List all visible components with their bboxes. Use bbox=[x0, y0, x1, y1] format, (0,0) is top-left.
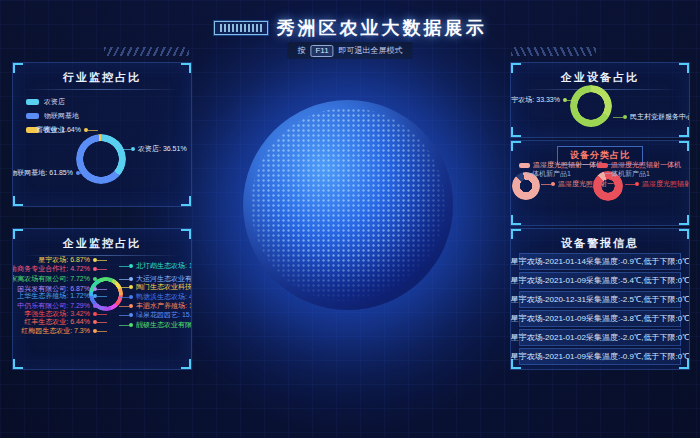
brand-logo bbox=[214, 21, 268, 35]
chart-callout: 畜牧业: 1.64% bbox=[36, 126, 88, 134]
callout-dot bbox=[93, 312, 97, 316]
alarm-row: 星宇农场-2021-01-14采集温度:-0.9℃,低于下限:0℃ bbox=[519, 253, 681, 270]
panel-device-class: 设备分类占比 温湿度光照辐射一体机 一体机新产品1 温湿度光照辐射一 温湿度光照… bbox=[510, 140, 690, 226]
panel-industry-monitor: 行业监控占比 农资店 物联网基地 畜牧业 畜牧业: 1.64% 农资店: 36.… bbox=[12, 62, 192, 207]
chart-callout: 北玎鹉生态农场: 11.16% bbox=[129, 262, 192, 270]
tip-prefix: 按 bbox=[297, 45, 305, 56]
chart-callout: 物联网基地: 61.85% bbox=[12, 169, 80, 177]
callout-label: 北玎鹉生态农场: 11.16% bbox=[136, 262, 192, 270]
callout-dot bbox=[623, 115, 627, 119]
callout-dot bbox=[84, 128, 88, 132]
callout-dot bbox=[93, 287, 97, 291]
callout-label: 陶门生态农业科技有限公 bbox=[136, 283, 192, 291]
fullscreen-tip: 按 F11 即可退出全屏模式 bbox=[287, 42, 412, 59]
callout-label: 红丰生态农业: 6.44% bbox=[24, 318, 90, 326]
alarm-row: 星宇农场-2021-01-09采集温度:-0.9℃,低于下限:0℃ bbox=[519, 348, 681, 365]
legend-label: 温湿度光照辐射一体机 bbox=[533, 161, 603, 169]
legend-swatch bbox=[26, 99, 39, 105]
page-title: 秀洲区农业大数据展示 bbox=[277, 16, 487, 40]
callout-label: 畜牧业: 1.64% bbox=[36, 126, 81, 134]
decor-hatch-left bbox=[104, 47, 189, 56]
equipment-donut-chart bbox=[570, 85, 612, 127]
callout-dot bbox=[129, 285, 133, 289]
callout-dot bbox=[131, 147, 135, 151]
panel-device-alarms: 设备警报信息 星宇农场-2021-01-14采集温度:-0.9℃,低于下限:0℃… bbox=[510, 228, 690, 370]
callout-dot bbox=[93, 277, 97, 281]
chart-callout: 红梅园生态农业: 7.3% bbox=[21, 327, 97, 335]
chart-callout: 民主村党群服务中心: bbox=[623, 113, 690, 121]
decor-hatch-right bbox=[511, 47, 596, 56]
callout-label: 靓硕生态农业有限公司: 6.87% bbox=[136, 321, 192, 329]
legend-label: 一体机新产品1 bbox=[525, 170, 571, 178]
callout-dot bbox=[93, 329, 97, 333]
callout-label: 温湿度光照辐射一 bbox=[642, 180, 690, 188]
legend-label: 物联网基地 bbox=[44, 111, 79, 121]
callout-label: 物联网基地: 61.85% bbox=[12, 169, 73, 177]
chart-callout: 农资店: 36.51% bbox=[131, 145, 187, 153]
alarm-row: 星宇农场-2021-01-02采集温度:-2.0℃,低于下限:0℃ bbox=[519, 329, 681, 346]
callout-dot bbox=[129, 313, 133, 317]
alarm-row: 星宇农场-2020-12-31采集温度:-2.5℃,低于下限:0℃ bbox=[519, 291, 681, 308]
mini-legend: 一体机新产品1 bbox=[604, 170, 650, 178]
industry-donut-chart bbox=[76, 134, 126, 184]
callout-dot bbox=[76, 171, 80, 175]
alarm-row: 星宇农场-2021-01-09采集温度:-3.8℃,低于下限:0℃ bbox=[519, 310, 681, 327]
chart-callout: 陶门生态农业科技有限公 bbox=[129, 283, 192, 291]
chart-callout: 红丰生态农业: 6.44% bbox=[24, 318, 97, 326]
panel-equipment-ratio: 企业设备占比 星宇农场: 33.33% 民主村党群服务中心: bbox=[510, 62, 690, 138]
chart-callout: 星宇农场: 6.87% bbox=[38, 256, 97, 264]
callout-label: 民主村党群服务中心: bbox=[630, 113, 690, 121]
callout-dot bbox=[129, 323, 133, 327]
legend-item: 物联网基地 bbox=[26, 111, 79, 121]
callout-dot bbox=[93, 258, 97, 262]
callout-label: 丰泗水产养殖场: 1. bbox=[136, 302, 192, 310]
f11-keycap: F11 bbox=[310, 45, 333, 57]
panel-enterprise-monitor: 企业监控占比 星宇农场: 6.87% 和俞商务专业合作社: 4.72% 家寓农场… bbox=[12, 228, 192, 370]
panel-title: 设备警报信息 bbox=[511, 229, 689, 251]
tip-suffix: 即可退出全屏模式 bbox=[339, 45, 403, 56]
chart-callout: 星宇农场: 33.33% bbox=[510, 96, 567, 104]
callout-label: 家寓农场有限公司: 7.72% bbox=[12, 275, 90, 283]
header: 秀洲区农业大数据展示 按 F11 即可退出全屏模式 bbox=[0, 0, 700, 62]
callout-label: 农资店: 36.51% bbox=[138, 145, 187, 153]
globe-visual bbox=[243, 100, 453, 310]
callout-label: 大运河生态农业有限责任公 bbox=[136, 275, 192, 283]
callout-label: 星宇农场: 33.33% bbox=[510, 96, 560, 104]
callout-dot bbox=[93, 304, 97, 308]
callout-label: 红梅园生态农业: 7.3% bbox=[21, 327, 90, 335]
chart-callout: 靓硕生态农业有限公司: 6.87% bbox=[129, 321, 192, 329]
callout-label: 中仍乐有限公司: 7.29% bbox=[17, 302, 90, 310]
callout-label: 绿泉花园园艺: 15.02% bbox=[136, 311, 192, 319]
chart-callout: 李强生态农场: 3.42% bbox=[24, 310, 97, 318]
mini-legend: 温湿度光照辐射一体机 bbox=[597, 161, 681, 169]
globe-dot-map bbox=[251, 108, 444, 301]
callout-dot bbox=[129, 277, 133, 281]
callout-label: 上华生态养殖场: 1.72% bbox=[17, 292, 90, 300]
callout-label: 李强生态农场: 3.42% bbox=[24, 310, 90, 318]
chart-callout: 鸭塘浜生态农场: 4.29% bbox=[129, 293, 192, 301]
mini-legend: 一体机新产品1 bbox=[525, 170, 571, 178]
mini-legend: 温湿度光照辐射一体机 bbox=[519, 161, 603, 169]
chart-callout: 和俞商务专业合作社: 4.72% bbox=[12, 265, 97, 273]
callout-dot bbox=[129, 304, 133, 308]
chart-callout: 绿泉花园园艺: 15.02% bbox=[129, 311, 192, 319]
chart-callout: 大运河生态农业有限责任公 bbox=[129, 275, 192, 283]
callout-dot bbox=[635, 182, 639, 186]
callout-dot bbox=[563, 98, 567, 102]
title-row: 秀洲区农业大数据展示 bbox=[0, 16, 700, 40]
legend-swatch bbox=[597, 163, 608, 168]
chart-callout: 中仍乐有限公司: 7.29% bbox=[17, 302, 97, 310]
legend-item: 农资店 bbox=[26, 97, 79, 107]
dashboard-root: 秀洲区农业大数据展示 按 F11 即可退出全屏模式 行业监控占比 农资店 物联网… bbox=[0, 0, 700, 438]
divider bbox=[23, 89, 181, 90]
chart-callout: 丰泗水产养殖场: 1. bbox=[129, 302, 192, 310]
callout-dot bbox=[93, 267, 97, 271]
legend-label: 一体机新产品1 bbox=[604, 170, 650, 178]
legend-swatch bbox=[26, 113, 39, 119]
chart-callout: 家寓农场有限公司: 7.72% bbox=[12, 275, 97, 283]
callout-label: 鸭塘浜生态农场: 4.29% bbox=[136, 293, 192, 301]
panel-title: 行业监控占比 bbox=[13, 63, 191, 85]
panel-title: 企业监控占比 bbox=[13, 229, 191, 251]
panel-title: 企业设备占比 bbox=[511, 63, 689, 85]
callout-dot bbox=[93, 294, 97, 298]
